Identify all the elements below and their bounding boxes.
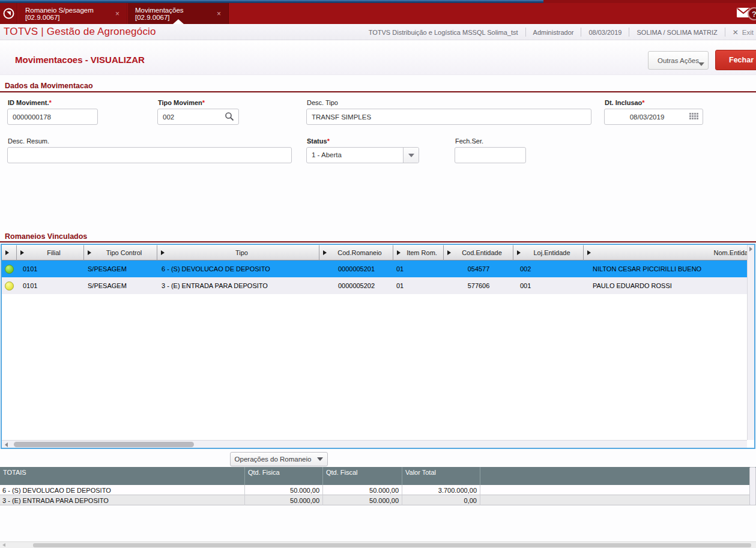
cell-tipo-control: S/PESAGEM (84, 260, 157, 277)
page-horizontal-scrollbar[interactable] (0, 541, 756, 548)
section-title-dados: Dados da Movimentacao (5, 82, 93, 90)
exit-button[interactable]: ✕ Exit (725, 28, 756, 37)
tab-label: Romaneio S/pesagem [02.9.0067] (25, 7, 110, 21)
scrollbar-thumb[interactable] (14, 442, 194, 447)
cell-cod-romaneio: 0000005202 (319, 277, 393, 294)
totals-valor-total: 0,00 (402, 495, 480, 505)
scroll-left-icon[interactable] (5, 442, 8, 447)
desc-tipo-input[interactable] (306, 109, 591, 125)
user-label: Administrador (526, 29, 581, 36)
required-asterisk: * (642, 99, 644, 106)
dt-inclusao-field[interactable] (604, 109, 703, 125)
required-asterisk: * (327, 137, 330, 145)
other-actions-label: Outras Ações (658, 57, 699, 64)
totals-valor-total: 3.700.000,00 (402, 485, 480, 495)
grid-header-cod-romaneio[interactable]: Cod.Romaneio (319, 245, 393, 260)
fech-ser-field[interactable] (455, 147, 526, 163)
cell-loj-entidade: 001 (513, 277, 584, 294)
tab-romaneio-spesagem[interactable]: Romaneio S/pesagem [02.9.0067] × (18, 3, 127, 24)
chevron-down-icon (408, 154, 414, 157)
desc-resum-input[interactable] (7, 147, 292, 163)
grid-horizontal-scrollbar[interactable] (2, 440, 747, 448)
operacoes-romaneio-button[interactable]: Operações do Romaneio (230, 452, 328, 466)
desc-resum-field[interactable] (7, 147, 292, 163)
tipo-movimen-label: Tipo Movimen* (158, 99, 205, 106)
fech-ser-input[interactable] (455, 147, 526, 163)
cell-nom-entidade: PAULO EDUARDO ROSSI (584, 277, 748, 294)
grid-header-tipo[interactable]: Tipo (157, 245, 319, 260)
help-icon[interactable]: ? (748, 7, 756, 20)
column-arrow-icon (5, 250, 9, 255)
exit-label: Exit (742, 29, 754, 36)
table-row[interactable]: 0101 S/PESAGEM 3 - (E) ENTRADA PARA DEPO… (2, 277, 754, 294)
totvs-logo-icon (3, 8, 14, 19)
cell-loj-entidade: 002 (513, 260, 584, 277)
cell-nom-entidade: NILTON CESAR PICCIRILLI BUENO (584, 260, 748, 277)
cell-cod-entidade: 054577 (444, 260, 513, 277)
totals-header-spacer (480, 467, 756, 485)
totals-label: 3 - (E) ENTRADA PARA DEPOSITO (0, 495, 245, 505)
scroll-right-icon[interactable] (749, 247, 752, 251)
desc-tipo-label: Desc. Tipo (307, 99, 338, 106)
totals-header-totais: TOTAIS (0, 467, 245, 485)
totals-table: TOTAIS Qtd. Fisica Qtd. Fiscal Valor Tot… (0, 467, 756, 505)
search-icon[interactable] (225, 112, 234, 121)
app-window: Romaneio S/pesagem [02.9.0067] × Movimen… (0, 0, 756, 548)
home-button[interactable] (0, 3, 17, 24)
other-actions-button[interactable]: Outras Ações (648, 51, 709, 70)
company-label: SOLIMA / SOLIMA MATRIZ (629, 29, 724, 36)
chevron-down-icon (317, 457, 323, 461)
grid-header-nom-entidade[interactable]: Nom.Entida (584, 245, 748, 260)
cell-filial: 0101 (17, 277, 84, 294)
totals-header-qtd-fiscal: Qtd. Fiscal (323, 467, 402, 485)
tab-close-icon[interactable]: × (217, 10, 221, 18)
close-button[interactable]: Fechar (715, 50, 756, 70)
calendar-icon[interactable] (689, 113, 698, 119)
grid-header-status[interactable] (2, 245, 17, 260)
status-label: Status* (307, 137, 330, 145)
grid-header-filial[interactable]: Filial (17, 245, 84, 260)
scroll-left-icon[interactable] (2, 543, 5, 547)
tipo-movimen-field[interactable] (157, 109, 239, 125)
close-button-label: Fechar (729, 56, 754, 64)
dt-inclusao-input[interactable] (604, 109, 703, 125)
totals-header-valor-total: Valor Total (402, 467, 480, 485)
tab-close-icon[interactable]: × (115, 10, 119, 18)
totals-qtd-fisica: 50.000,00 (245, 485, 323, 495)
status-yellow-icon (5, 282, 14, 291)
tab-label: Movimentações [02.9.0067] (135, 7, 212, 21)
section-rule (0, 241, 756, 242)
id-moviment-label: ID Moviment.* (8, 99, 52, 106)
section-title-romaneios: Romaneios Vinculados (5, 232, 87, 241)
grid-header-tipo-control[interactable]: Tipo Control (84, 245, 157, 260)
grid-header-row: Filial Tipo Control Tipo Cod.Romaneio It… (2, 245, 754, 260)
status-green-icon (5, 265, 14, 274)
status-value: 1 - Aberta (312, 151, 342, 158)
page-title-bar: Movimentacoes - VISUALIZAR Outras Ações … (0, 40, 756, 75)
app-header: TOTVS | Gestão de Agronegócio TOTVS Dist… (0, 24, 756, 40)
table-row[interactable]: 0101 S/PESAGEM 6 - (S) DEVOLUCAO DE DEPO… (2, 260, 754, 277)
romaneios-grid: Filial Tipo Control Tipo Cod.Romaneio It… (1, 244, 755, 449)
totals-qtd-fisica: 50.000,00 (245, 495, 323, 505)
totals-qtd-fiscal: 50.000,00 (323, 485, 402, 495)
grid-header-item-rom[interactable]: Item Rom. (393, 245, 444, 260)
exit-x-icon: ✕ (733, 28, 739, 37)
totals-label: 6 - (S) DEVOLUCAO DE DEPOSITO (0, 485, 245, 495)
grid-vertical-scrollbar[interactable] (747, 245, 754, 440)
totals-header-row: TOTAIS Qtd. Fisica Qtd. Fiscal Valor Tot… (0, 467, 756, 485)
scrollbar-thumb[interactable] (33, 543, 751, 547)
id-moviment-field[interactable] (7, 109, 98, 125)
date-label: 08/03/2019 (581, 29, 629, 36)
grid-header-cod-entidade[interactable]: Cod.Entidade (444, 245, 513, 260)
grid-header-loj-entidade[interactable]: Loj.Entidade (513, 245, 584, 260)
status-select[interactable]: 1 - Aberta (306, 147, 419, 163)
cell-tipo-control: S/PESAGEM (84, 277, 157, 294)
dt-inclusao-label: Dt. Inclusao* (605, 99, 645, 106)
cell-item-rom: 01 (393, 260, 444, 277)
tab-bar: Romaneio S/pesagem [02.9.0067] × Movimen… (0, 3, 756, 24)
status-dropdown-button[interactable] (403, 148, 419, 163)
totals-row: 6 - (S) DEVOLUCAO DE DEPOSITO 50.000,00 … (0, 485, 756, 495)
totals-scrollbar[interactable] (749, 467, 756, 505)
id-moviment-input[interactable] (7, 109, 98, 125)
desc-tipo-field[interactable] (306, 109, 591, 125)
